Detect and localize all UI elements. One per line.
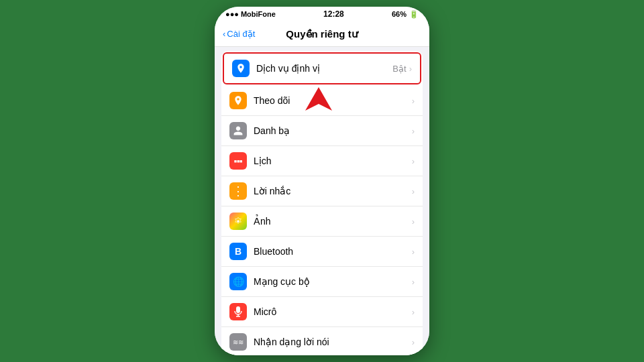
chevron-right-icon: › xyxy=(412,126,415,136)
calendar-icon: ■■■ xyxy=(229,152,247,170)
back-button[interactable]: ‹ Cài đặt xyxy=(223,29,255,39)
reminders-icon: ⋮ xyxy=(229,182,247,200)
list-item-location[interactable]: Dịch vụ định vị Bật › xyxy=(223,52,421,84)
chevron-right-icon: › xyxy=(412,277,415,287)
contacts-icon xyxy=(229,122,247,139)
calendar-label: Lịch xyxy=(254,156,412,166)
back-label: Cài đặt xyxy=(227,29,255,39)
chevron-left-icon: ‹ xyxy=(223,29,225,39)
microphone-icon xyxy=(229,303,247,320)
list-item-reminders[interactable]: ⋮ Lời nhắc › xyxy=(221,176,423,206)
page-title: Quyền riêng tư xyxy=(286,28,358,40)
location-value: Bật xyxy=(392,64,406,74)
speech-icon: ≋≋ xyxy=(229,333,247,351)
chevron-right-icon: › xyxy=(412,247,415,257)
tracking-icon xyxy=(229,92,247,109)
chevron-right-icon: › xyxy=(412,307,415,317)
microphone-label: Micrô xyxy=(254,306,412,317)
chevron-right-icon: › xyxy=(412,156,415,166)
battery-icon: 🔋 xyxy=(409,10,419,19)
tracking-label: Theo dõi xyxy=(254,95,412,106)
signal-bars: ●●● xyxy=(225,10,239,18)
battery-area: 66% 🔋 xyxy=(392,10,419,19)
list-item-speech[interactable]: ≋≋ Nhận dạng lời nói › xyxy=(221,327,423,355)
contacts-label: Danh bạ xyxy=(254,125,412,136)
settings-content: Dịch vụ định vị Bật › Theo dõi › xyxy=(215,47,429,355)
time-display: 12:28 xyxy=(323,9,344,19)
list-item-microphone[interactable]: Micrô › xyxy=(221,297,423,327)
location-label: Dịch vụ định vị xyxy=(256,63,392,74)
settings-list: Dịch vụ định vị Bật › Theo dõi › xyxy=(221,51,423,355)
list-item-bluetooth[interactable]: B Bluetooth › xyxy=(221,237,423,267)
list-item-network[interactable]: 🌐 Mạng cục bộ › xyxy=(221,267,423,297)
svg-rect-1 xyxy=(236,306,240,313)
phone-frame: ●●● MobiFone 12:28 66% 🔋 ‹ Cài đặt Quyền… xyxy=(215,7,429,355)
photos-label: Ảnh xyxy=(254,216,412,227)
speech-label: Nhận dạng lời nói xyxy=(254,337,412,347)
chevron-right-icon: › xyxy=(409,64,412,74)
chevron-right-icon: › xyxy=(412,217,415,227)
navigation-bar: ‹ Cài đặt Quyền riêng tư xyxy=(215,21,429,47)
network-label: Mạng cục bộ xyxy=(254,276,412,287)
list-item-contacts[interactable]: Danh bạ › xyxy=(221,116,423,146)
reminders-label: Lời nhắc xyxy=(254,186,412,196)
bluetooth-icon: B xyxy=(229,243,247,260)
signal-area: ●●● MobiFone xyxy=(225,10,276,18)
location-icon xyxy=(232,60,250,77)
status-bar: ●●● MobiFone 12:28 66% 🔋 xyxy=(215,7,429,21)
chevron-right-icon: › xyxy=(412,186,415,196)
chevron-right-icon: › xyxy=(412,337,415,347)
list-item-tracking[interactable]: Theo dõi › xyxy=(221,86,423,116)
bluetooth-label: Bluetooth xyxy=(254,246,412,257)
list-item-photos[interactable]: Ảnh › xyxy=(221,206,423,237)
battery-percent: 66% xyxy=(392,10,407,18)
photos-icon xyxy=(229,213,247,230)
list-item-calendar[interactable]: ■■■ Lịch › xyxy=(221,146,423,176)
network-icon: 🌐 xyxy=(229,273,247,290)
chevron-right-icon: › xyxy=(412,96,415,106)
carrier-label: MobiFone xyxy=(241,10,276,18)
